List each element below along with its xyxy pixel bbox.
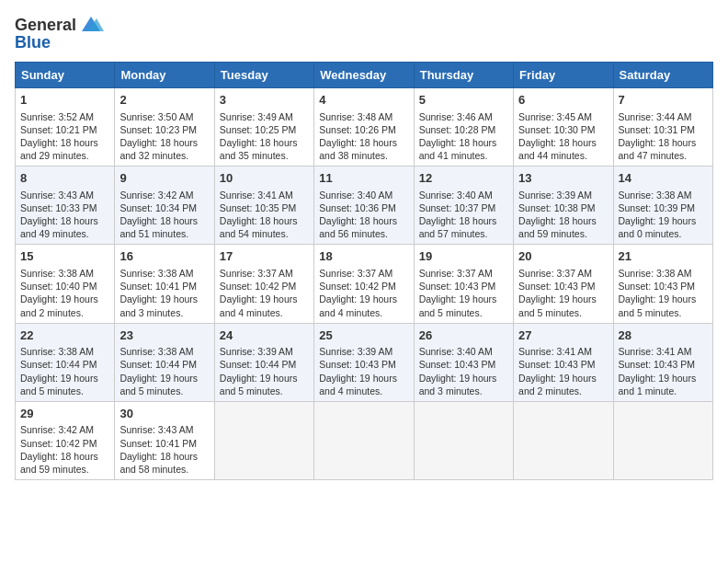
- day-info-line: Sunset: 10:41 PM: [119, 437, 209, 450]
- day-number: 30: [119, 406, 209, 422]
- day-info-line: Sunset: 10:43 PM: [518, 358, 608, 371]
- week-row-2: 8Sunrise: 3:43 AMSunset: 10:33 PMDayligh…: [16, 167, 713, 245]
- day-number: 20: [518, 248, 608, 265]
- day-info-line: Sunrise: 3:46 AM: [419, 110, 508, 123]
- day-info-line: Sunset: 10:37 PM: [419, 201, 508, 214]
- day-info-line: Sunset: 10:30 PM: [518, 123, 608, 136]
- page-header: General Blue: [15, 15, 713, 52]
- day-info-line: Daylight: 18 hours: [419, 214, 508, 227]
- day-number: 21: [619, 248, 708, 265]
- day-info-line: Sunrise: 3:41 AM: [518, 345, 608, 358]
- day-info-line: Daylight: 18 hours: [119, 214, 209, 227]
- day-info-line: Daylight: 19 hours: [20, 372, 109, 385]
- day-info-line: Sunset: 10:42 PM: [319, 280, 408, 293]
- day-info-line: Sunrise: 3:52 AM: [20, 110, 109, 123]
- day-info-line: Sunset: 10:25 PM: [220, 123, 309, 136]
- day-info-line: Sunrise: 3:37 AM: [419, 267, 508, 280]
- day-info-line: and 59 minutes.: [20, 463, 109, 476]
- day-info-line: Sunset: 10:43 PM: [619, 280, 708, 293]
- day-info-line: Daylight: 19 hours: [220, 372, 309, 385]
- day-info-line: Sunset: 10:38 PM: [518, 201, 608, 214]
- day-info-line: Sunrise: 3:40 AM: [419, 345, 508, 358]
- day-cell-16: 16Sunrise: 3:38 AMSunset: 10:41 PMDaylig…: [115, 245, 214, 323]
- day-info-line: Sunset: 10:43 PM: [319, 358, 408, 371]
- logo: General Blue: [15, 15, 104, 52]
- day-info-line: Sunrise: 3:38 AM: [20, 345, 109, 358]
- day-info-line: and 56 minutes.: [319, 227, 408, 240]
- empty-cell: [514, 401, 613, 479]
- header-wednesday: Wednesday: [314, 63, 414, 88]
- day-info-line: Sunset: 10:41 PM: [119, 280, 209, 293]
- day-cell-12: 12Sunrise: 3:40 AMSunset: 10:37 PMDaylig…: [414, 167, 513, 245]
- day-info-line: Daylight: 19 hours: [419, 372, 508, 385]
- day-number: 13: [518, 170, 608, 187]
- day-cell-11: 11Sunrise: 3:40 AMSunset: 10:36 PMDaylig…: [314, 167, 414, 245]
- day-info-line: Sunset: 10:36 PM: [319, 201, 408, 214]
- day-info-line: Sunset: 10:44 PM: [119, 358, 209, 371]
- day-cell-19: 19Sunrise: 3:37 AMSunset: 10:43 PMDaylig…: [414, 245, 513, 323]
- day-number: 29: [20, 406, 109, 422]
- week-row-5: 29Sunrise: 3:42 AMSunset: 10:42 PMDaylig…: [16, 401, 713, 479]
- day-cell-26: 26Sunrise: 3:40 AMSunset: 10:43 PMDaylig…: [414, 323, 513, 401]
- day-cell-3: 3Sunrise: 3:49 AMSunset: 10:25 PMDayligh…: [214, 88, 313, 167]
- day-info-line: and 35 minutes.: [220, 149, 309, 162]
- day-info-line: Daylight: 19 hours: [220, 293, 309, 305]
- day-info-line: Sunset: 10:35 PM: [220, 201, 309, 214]
- header-monday: Monday: [115, 63, 214, 88]
- day-cell-21: 21Sunrise: 3:38 AMSunset: 10:43 PMDaylig…: [613, 245, 712, 323]
- day-info-line: Daylight: 19 hours: [619, 372, 708, 385]
- day-info-line: Daylight: 19 hours: [20, 293, 109, 305]
- day-cell-24: 24Sunrise: 3:39 AMSunset: 10:44 PMDaylig…: [214, 323, 313, 401]
- day-cell-6: 6Sunrise: 3:45 AMSunset: 10:30 PMDayligh…: [514, 88, 613, 167]
- week-row-1: 1Sunrise: 3:52 AMSunset: 10:21 PMDayligh…: [16, 88, 713, 167]
- day-number: 18: [319, 248, 408, 265]
- day-info-line: Sunrise: 3:37 AM: [319, 267, 408, 280]
- day-info-line: Sunrise: 3:39 AM: [319, 345, 408, 358]
- header-sunday: Sunday: [16, 63, 115, 88]
- day-info-line: and 54 minutes.: [220, 227, 309, 240]
- day-cell-8: 8Sunrise: 3:43 AMSunset: 10:33 PMDayligh…: [16, 167, 115, 245]
- empty-cell: [314, 401, 414, 479]
- header-friday: Friday: [514, 63, 613, 88]
- day-info-line: Sunrise: 3:38 AM: [619, 267, 708, 280]
- calendar-header-row: SundayMondayTuesdayWednesdayThursdayFrid…: [16, 63, 713, 88]
- day-info-line: Daylight: 18 hours: [119, 450, 209, 463]
- day-info-line: Sunset: 10:42 PM: [220, 280, 309, 293]
- day-info-line: Daylight: 19 hours: [119, 293, 209, 305]
- day-info-line: Sunset: 10:44 PM: [220, 358, 309, 371]
- day-info-line: Daylight: 18 hours: [319, 136, 408, 149]
- day-info-line: Sunrise: 3:43 AM: [119, 423, 209, 436]
- day-cell-4: 4Sunrise: 3:48 AMSunset: 10:26 PMDayligh…: [314, 88, 414, 167]
- day-info-line: and 5 minutes.: [619, 306, 708, 319]
- day-info-line: and 38 minutes.: [319, 149, 408, 162]
- day-info-line: Sunrise: 3:41 AM: [220, 189, 309, 201]
- day-info-line: Sunset: 10:28 PM: [419, 123, 508, 136]
- day-cell-20: 20Sunrise: 3:37 AMSunset: 10:43 PMDaylig…: [514, 245, 613, 323]
- day-number: 1: [20, 92, 109, 109]
- day-info-line: Sunset: 10:33 PM: [20, 201, 109, 214]
- day-info-line: Daylight: 18 hours: [319, 214, 408, 227]
- day-info-line: Daylight: 18 hours: [20, 136, 109, 149]
- day-number: 7: [619, 92, 708, 109]
- day-info-line: Sunset: 10:34 PM: [119, 201, 209, 214]
- day-info-line: and 44 minutes.: [518, 149, 608, 162]
- day-info-line: Sunrise: 3:42 AM: [20, 423, 109, 436]
- day-number: 26: [419, 327, 508, 344]
- header-tuesday: Tuesday: [214, 63, 313, 88]
- day-number: 25: [319, 327, 408, 344]
- day-info-line: Sunrise: 3:40 AM: [319, 189, 408, 201]
- day-info-line: Sunrise: 3:40 AM: [419, 189, 508, 201]
- day-number: 4: [319, 92, 408, 109]
- day-info-line: Daylight: 18 hours: [518, 136, 608, 149]
- day-cell-7: 7Sunrise: 3:44 AMSunset: 10:31 PMDayligh…: [613, 88, 712, 167]
- day-info-line: and 49 minutes.: [20, 227, 109, 240]
- day-cell-2: 2Sunrise: 3:50 AMSunset: 10:23 PMDayligh…: [115, 88, 214, 167]
- day-info-line: Sunset: 10:31 PM: [619, 123, 708, 136]
- day-info-line: Daylight: 18 hours: [619, 136, 708, 149]
- day-cell-28: 28Sunrise: 3:41 AMSunset: 10:43 PMDaylig…: [613, 323, 712, 401]
- day-info-line: and 3 minutes.: [419, 385, 508, 397]
- day-number: 11: [319, 170, 408, 187]
- day-cell-5: 5Sunrise: 3:46 AMSunset: 10:28 PMDayligh…: [414, 88, 513, 167]
- day-number: 10: [220, 170, 309, 187]
- day-number: 12: [419, 170, 508, 187]
